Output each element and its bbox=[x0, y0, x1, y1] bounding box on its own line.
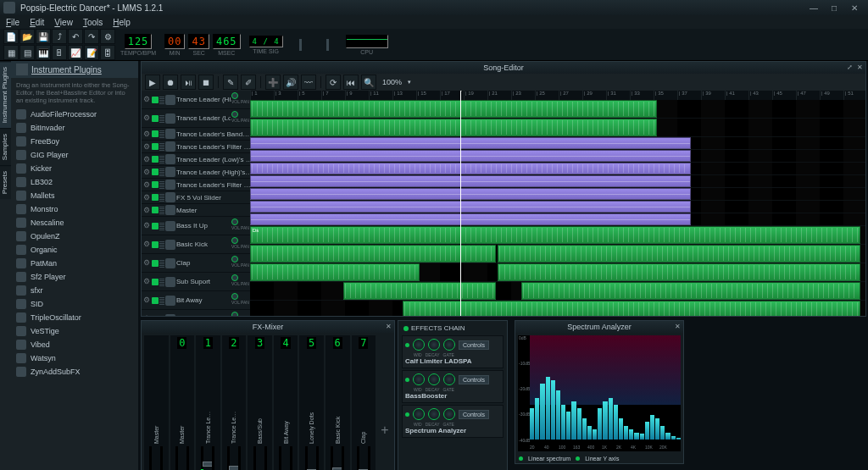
decay-knob[interactable] bbox=[428, 373, 440, 385]
track-mute-button[interactable] bbox=[152, 115, 159, 122]
fx-channel[interactable]: 3Bass/Sub bbox=[248, 335, 272, 470]
song-editor-titlebar[interactable]: Song-Editor ⤢✕ bbox=[142, 62, 865, 74]
track-grip-icon[interactable] bbox=[159, 296, 164, 305]
menu-help[interactable]: Help bbox=[108, 17, 135, 28]
track-instrument-icon[interactable] bbox=[165, 95, 175, 105]
track-lane[interactable] bbox=[250, 119, 865, 137]
track-lane[interactable] bbox=[250, 175, 865, 188]
clip[interactable] bbox=[343, 282, 496, 300]
clip[interactable] bbox=[498, 263, 860, 281]
stop-button[interactable]: ⏹ bbox=[198, 75, 214, 90]
menu-file[interactable]: File bbox=[2, 17, 24, 28]
track-name[interactable]: Trance Leader's Filter … bbox=[176, 181, 250, 189]
track-mute-button[interactable] bbox=[152, 194, 159, 201]
track-name[interactable]: Trance Leader (Low) bbox=[176, 114, 231, 122]
wd-knob[interactable] bbox=[413, 373, 425, 385]
zoom-dropdown-icon[interactable]: ▾ bbox=[408, 79, 411, 86]
effect-enable-led[interactable] bbox=[405, 378, 409, 382]
rewind-button[interactable]: ⏮ bbox=[343, 75, 359, 90]
track-lane[interactable] bbox=[250, 163, 865, 175]
fx-effect-slot[interactable]: ControlsW/DDECAYGATESpectrum Analyzer bbox=[402, 405, 504, 438]
track-header[interactable]: ⚙Trance Leader (Low)'s … bbox=[142, 153, 250, 166]
add-automation-button[interactable]: 〰 bbox=[301, 75, 316, 90]
track-header[interactable]: ⚙ClapVOL PAN bbox=[142, 254, 250, 273]
zoom-button[interactable]: 🔍 bbox=[361, 75, 376, 90]
track-name[interactable]: Trance Leader's Band… bbox=[176, 130, 250, 138]
edit-mode-button[interactable]: ✐ bbox=[241, 75, 256, 90]
effect-controls-button[interactable]: Controls bbox=[459, 375, 489, 384]
linear-y-toggle[interactable] bbox=[576, 456, 580, 461]
track-grip-icon[interactable] bbox=[159, 206, 164, 214]
track-gear-icon[interactable]: ⚙ bbox=[142, 296, 151, 305]
fx-fader[interactable] bbox=[153, 446, 159, 470]
track-instrument-icon[interactable] bbox=[165, 180, 175, 190]
plugin-item[interactable]: FreeBoy bbox=[11, 135, 138, 148]
track-mute-button[interactable] bbox=[152, 241, 159, 248]
track-instrument-icon[interactable] bbox=[165, 167, 175, 177]
plugin-item[interactable]: Watsyn bbox=[11, 351, 138, 365]
record-play-button[interactable]: ⏯ bbox=[181, 75, 196, 90]
track-gear-icon[interactable]: ⚙ bbox=[142, 95, 151, 104]
plugin-item[interactable]: PatMan bbox=[11, 257, 138, 270]
track-name[interactable]: Bit Away bbox=[176, 296, 231, 304]
track-gear-icon[interactable]: ⚙ bbox=[142, 155, 151, 164]
track-gear-icon[interactable]: ⚙ bbox=[142, 221, 151, 230]
plugin-item[interactable]: Kicker bbox=[11, 162, 138, 175]
track-instrument-icon[interactable] bbox=[165, 192, 175, 202]
add-sample-track-button[interactable]: 🔊 bbox=[283, 75, 298, 90]
zoom-level[interactable]: 100% bbox=[379, 78, 405, 86]
sidebar-tab[interactable]: Instrument Plugins bbox=[0, 61, 11, 128]
notes-button[interactable]: 📝 bbox=[84, 45, 99, 60]
track-name[interactable]: Clap bbox=[176, 259, 231, 267]
track-grip-icon[interactable] bbox=[159, 130, 164, 138]
panel-close-icon[interactable]: ✕ bbox=[384, 323, 392, 331]
track-gear-icon[interactable]: ⚙ bbox=[142, 168, 151, 177]
plugin-item[interactable]: OpulenZ bbox=[11, 229, 138, 243]
clip[interactable] bbox=[250, 263, 420, 281]
window-maximize-button[interactable]: □ bbox=[824, 2, 844, 14]
track-lane[interactable] bbox=[250, 100, 865, 119]
plugin-item[interactable]: SID bbox=[11, 297, 138, 311]
track-gear-icon[interactable]: ⚙ bbox=[142, 277, 151, 286]
track-header[interactable]: ⚙FX 5 Vol Slider bbox=[142, 191, 250, 204]
track-grip-icon[interactable] bbox=[159, 96, 164, 104]
track-gear-icon[interactable]: ⚙ bbox=[142, 206, 151, 215]
linear-spectrum-toggle[interactable] bbox=[519, 456, 523, 461]
effect-controls-button[interactable]: Controls bbox=[459, 340, 489, 350]
track-grip-icon[interactable] bbox=[159, 259, 164, 268]
track-header[interactable]: ⚙Master bbox=[142, 204, 250, 217]
bb-editor-button[interactable]: ▤ bbox=[19, 45, 35, 60]
clip[interactable] bbox=[521, 282, 860, 300]
track-grip-icon[interactable] bbox=[159, 142, 164, 151]
track-mute-button[interactable] bbox=[152, 130, 159, 137]
gate-knob[interactable] bbox=[443, 373, 455, 385]
effect-enable-led[interactable] bbox=[405, 412, 409, 417]
track-instrument-icon[interactable] bbox=[165, 205, 175, 215]
fx-fader[interactable] bbox=[257, 446, 264, 470]
panel-close-icon[interactable]: ✕ bbox=[855, 64, 864, 72]
fx-channel[interactable]: 4Bit Away bbox=[274, 335, 298, 470]
redo-button[interactable]: ↷ bbox=[84, 29, 99, 44]
clip[interactable] bbox=[250, 163, 691, 174]
fx-channel[interactable]: 0Master bbox=[170, 335, 195, 470]
track-vol-knob[interactable] bbox=[231, 274, 238, 281]
playhead[interactable] bbox=[460, 91, 461, 316]
track-instrument-icon[interactable] bbox=[165, 258, 175, 268]
fx-mixer-button[interactable]: 🎚 bbox=[52, 45, 67, 60]
track-gear-icon[interactable]: ⚙ bbox=[142, 314, 151, 316]
track-lane[interactable] bbox=[250, 150, 865, 163]
track-gear-icon[interactable]: ⚙ bbox=[142, 113, 151, 123]
record-button[interactable]: ⏺ bbox=[163, 75, 178, 90]
track-header[interactable]: ⚙Trance Leader (High)'s… bbox=[142, 166, 250, 179]
fx-channel[interactable]: Master bbox=[144, 335, 169, 470]
play-button[interactable]: ▶ bbox=[145, 75, 160, 90]
decay-knob[interactable] bbox=[428, 339, 440, 351]
track-lane[interactable] bbox=[250, 137, 865, 150]
loop-button[interactable]: ⟳ bbox=[326, 75, 341, 90]
track-mute-button[interactable] bbox=[152, 97, 159, 103]
track-instrument-icon[interactable] bbox=[165, 277, 175, 287]
clip[interactable] bbox=[403, 301, 860, 316]
new-file-button[interactable]: 📄 bbox=[3, 29, 19, 44]
plugin-item[interactable]: Monstro bbox=[11, 202, 138, 216]
controller-button[interactable]: 🎛 bbox=[100, 45, 115, 60]
